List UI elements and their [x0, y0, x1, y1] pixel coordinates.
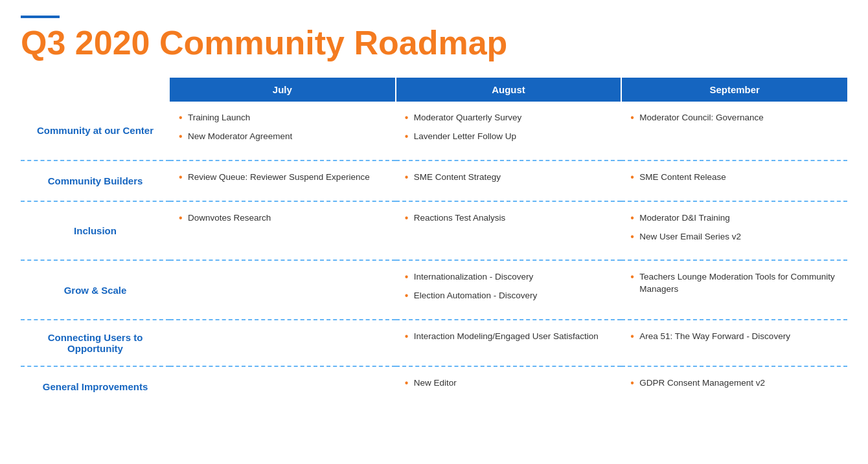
row-label: General Improvements	[21, 366, 170, 406]
list-item: Moderator D&I Training	[630, 212, 838, 225]
row-label: Inclusion	[21, 201, 170, 261]
table-row: Community BuildersReview Queue: Reviewer…	[21, 160, 847, 201]
table-row: General ImprovementsNew EditorGDPR Conse…	[21, 366, 847, 406]
list-item: Moderator Council: Governance	[630, 112, 838, 124]
list-item: SME Content Strategy	[405, 171, 613, 184]
row-cell-september: SME Content Release	[621, 160, 847, 201]
row-cell-august: Internationalization - DiscoveryElection…	[396, 260, 622, 320]
label-column-header	[21, 78, 170, 102]
row-cell-july	[170, 260, 396, 320]
row-label: Community at our Center	[21, 102, 170, 160]
list-item: Election Automation - Discovery	[405, 290, 613, 302]
row-cell-august: SME Content Strategy	[396, 160, 622, 201]
august-header: August	[396, 78, 622, 102]
row-cell-july: Downvotes Research	[170, 201, 396, 261]
row-cell-september: GDPR Consent Management v2	[621, 366, 847, 406]
list-item: New Moderator Agreement	[179, 131, 387, 143]
row-cell-september: Teachers Lounge Moderation Tools for Com…	[621, 260, 847, 320]
list-item: Lavender Letter Follow Up	[405, 131, 613, 143]
roadmap-table: July August September Community at our C…	[21, 78, 847, 406]
table-row: InclusionDownvotes ResearchReactions Tes…	[21, 201, 847, 261]
table-header-row: July August September	[21, 78, 847, 102]
list-item: Teachers Lounge Moderation Tools for Com…	[630, 271, 838, 296]
list-item: Interaction Modeling/Engaged User Satisf…	[405, 331, 613, 343]
list-item: Area 51: The Way Forward - Discovery	[630, 331, 838, 343]
list-item: Review Queue: Reviewer Suspend Experienc…	[179, 171, 387, 184]
row-cell-july: Training LaunchNew Moderator Agreement	[170, 102, 396, 160]
row-cell-september: Area 51: The Way Forward - Discovery	[621, 320, 847, 366]
table-row: Community at our CenterTraining LaunchNe…	[21, 102, 847, 160]
table-row: Grow & ScaleInternationalization - Disco…	[21, 260, 847, 320]
table-row: Connecting Users to OpportunityInteracti…	[21, 320, 847, 366]
row-label: Connecting Users to Opportunity	[21, 320, 170, 366]
july-header: July	[170, 78, 396, 102]
list-item: Downvotes Research	[179, 212, 387, 225]
list-item: Internationalization - Discovery	[405, 271, 613, 283]
list-item: SME Content Release	[630, 171, 838, 184]
row-cell-july: Review Queue: Reviewer Suspend Experienc…	[170, 160, 396, 201]
list-item: Reactions Test Analysis	[405, 212, 613, 225]
row-cell-july	[170, 320, 396, 366]
row-cell-august: Interaction Modeling/Engaged User Satisf…	[396, 320, 622, 366]
row-cell-july	[170, 366, 396, 406]
list-item: Training Launch	[179, 112, 387, 124]
row-cell-september: Moderator D&I TrainingNew User Email Ser…	[621, 201, 847, 261]
list-item: New Editor	[405, 377, 613, 390]
september-header: September	[621, 78, 847, 102]
page-title: Q3 2020 Community Roadmap	[21, 23, 847, 62]
row-label: Grow & Scale	[21, 260, 170, 320]
row-cell-august: Moderator Quarterly SurveyLavender Lette…	[396, 102, 622, 160]
row-label: Community Builders	[21, 160, 170, 201]
list-item: Moderator Quarterly Survey	[405, 112, 613, 124]
list-item: New User Email Series v2	[630, 231, 838, 243]
row-cell-august: Reactions Test Analysis	[396, 201, 622, 261]
accent-line	[21, 16, 60, 18]
row-cell-september: Moderator Council: Governance	[621, 102, 847, 160]
list-item: GDPR Consent Management v2	[630, 377, 838, 390]
row-cell-august: New Editor	[396, 366, 622, 406]
